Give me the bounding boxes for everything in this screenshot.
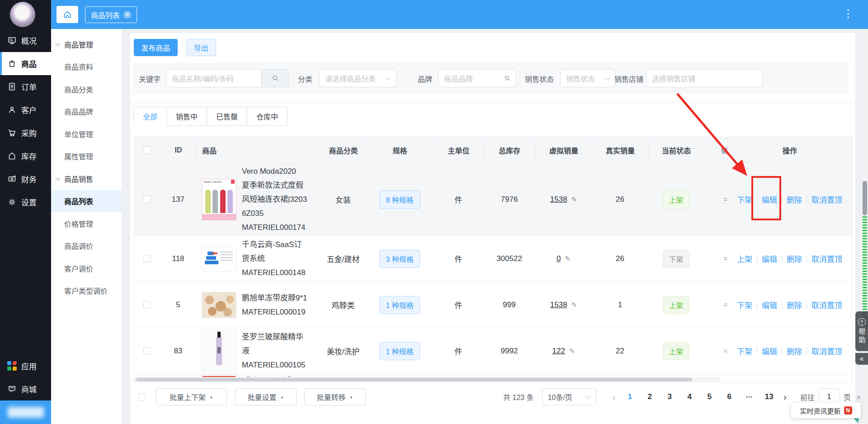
prev-page-button[interactable]: ‹ (613, 392, 616, 402)
page-number-3[interactable]: 3 (665, 392, 675, 401)
sale-shop-input[interactable]: 选择销售店铺 (646, 69, 763, 87)
vertical-scrollbar[interactable] (862, 29, 868, 424)
product-title[interactable]: 圣罗兰玻尿酸精华 液 (242, 330, 310, 358)
submenu-item-unit-management[interactable]: 单位管理 (51, 123, 122, 145)
action-off-shelf[interactable]: 下架 (737, 345, 752, 357)
sidebar-item-orders[interactable]: 订单 (0, 75, 51, 98)
page-ellipsis[interactable]: ••• (744, 394, 754, 400)
tab-in-warehouse[interactable]: 仓库中 (247, 107, 288, 126)
brand-input[interactable]: 商品品牌 (438, 69, 516, 87)
row-checkbox[interactable] (143, 195, 151, 203)
submenu-item-customer-type-price-adjust[interactable]: 客户类型调价 (51, 280, 122, 302)
action-delete[interactable]: 删除 (787, 299, 802, 310)
sidebar-item-purchasing[interactable]: 采购 (0, 121, 51, 144)
submenu-item-goods-brand[interactable]: 商品品牌 (51, 100, 122, 123)
sidebar-item-inventory[interactable]: 库存 (0, 144, 51, 167)
sidebar-item-apps[interactable]: 应用 (0, 354, 51, 377)
edit-pencil-icon[interactable]: ✎ (571, 195, 577, 204)
edit-pencil-icon[interactable]: ✎ (569, 347, 575, 355)
edit-pencil-icon[interactable]: ✎ (565, 255, 571, 263)
edit-pencil-icon[interactable]: ✎ (571, 301, 577, 309)
keyword-input[interactable]: 商品名称/编码/条码 (166, 69, 262, 87)
action-cancel-top[interactable]: 取消置顶 (811, 253, 842, 264)
product-title[interactable]: Vero Moda2020 夏季新款法式度假 风短袖连衣裙|3203 6Z035 (242, 164, 310, 220)
action-edit[interactable]: 编辑 (762, 194, 777, 205)
tab-all[interactable]: 全部 (133, 107, 167, 126)
action-delete[interactable]: 删除 (787, 194, 802, 205)
action-cancel-top[interactable]: 取消置顶 (811, 194, 842, 205)
sidebar-item-overview[interactable]: 概况 (0, 29, 51, 52)
sidebar-item-settings[interactable]: 设置 (0, 191, 51, 214)
sidebar-item-mall[interactable]: 商城 (0, 377, 51, 400)
virtual-sales-value[interactable]: 1538 (550, 300, 567, 310)
action-cancel-top[interactable]: 取消置顶 (811, 299, 842, 310)
submenu-item-customer-price-adjust[interactable]: 客户调价 (51, 257, 122, 280)
home-button[interactable] (57, 6, 78, 23)
select-all-checkbox-bottom[interactable] (138, 393, 146, 401)
app-window: 商品列表 ✕ ⋮ 概况 商品 订单 客户 (0, 0, 868, 424)
page-number-2[interactable]: 2 (645, 392, 655, 401)
virtual-sales-value[interactable]: 0 (557, 254, 561, 263)
next-page-button[interactable]: › (783, 392, 787, 402)
row-checkbox[interactable] (143, 301, 151, 309)
submenu-item-goods-category[interactable]: 商品分类 (51, 78, 122, 100)
sidebar-item-goods[interactable]: 商品 (0, 52, 51, 75)
page-size-select[interactable]: 10条/页 (542, 388, 596, 405)
keyword-search-button[interactable] (262, 69, 289, 87)
route-tab-product-list[interactable]: 商品列表 ✕ (85, 6, 137, 23)
action-delete[interactable]: 删除 (787, 253, 802, 264)
collapse-tab[interactable]: « (855, 353, 868, 365)
virtual-sales-value[interactable]: 122 (552, 347, 565, 356)
action-delete[interactable]: 删除 (787, 345, 802, 357)
submenu-item-goods-list[interactable]: 商品列表 (51, 190, 122, 213)
product-title[interactable]: 千鸟云商-SaaS订 货系统 (242, 238, 310, 266)
horizontal-scrollbar-thumb[interactable] (136, 378, 692, 381)
action-cancel-top[interactable]: 取消置顶 (811, 345, 842, 357)
sidebar-item-customers[interactable]: 客户 (0, 98, 51, 121)
news-close-icon[interactable]: ✕ (856, 394, 862, 402)
sidebar-item-finance[interactable]: 财务 (0, 167, 51, 191)
action-edit[interactable]: 编辑 (762, 299, 777, 310)
batch-settings-button[interactable]: 批量设置▲ (235, 388, 297, 405)
submenu-group-goods-management[interactable]: 商品管理 (51, 33, 122, 56)
vertical-scrollbar-thumb[interactable] (863, 181, 867, 215)
horizontal-scrollbar[interactable] (134, 377, 720, 382)
tab-sold-out[interactable]: 已售罄 (207, 107, 247, 126)
help-tab[interactable]: ? 帮助 (855, 311, 868, 351)
submenu-item-goods-price-adjust[interactable]: 商品调价 (51, 235, 122, 257)
action-off-shelf[interactable]: 下架 (737, 194, 752, 205)
row-checkbox[interactable] (143, 347, 151, 355)
kebab-menu-icon[interactable]: ⋮ (843, 7, 854, 20)
product-title[interactable]: 鹏旭单冻带皮脖9*1 (242, 291, 310, 305)
news-update-badge[interactable]: 实时资讯更新 N (791, 403, 861, 418)
page-number-13[interactable]: 13 (764, 392, 774, 401)
page-number-5[interactable]: 5 (704, 392, 714, 401)
action-off-shelf[interactable]: 下架 (737, 299, 752, 310)
sale-status-select[interactable]: 销售状态 (560, 69, 615, 87)
spec-button[interactable]: 3 种规格 (379, 250, 420, 268)
avatar[interactable] (10, 2, 35, 27)
batch-transfer-button[interactable]: 批量转移▲ (304, 388, 366, 405)
row-checkbox[interactable] (143, 255, 151, 262)
page-number-1[interactable]: 1 (625, 392, 635, 401)
action-on-shelf[interactable]: 上架 (737, 253, 752, 264)
virtual-sales-value[interactable]: 1538 (550, 195, 567, 204)
submenu-item-attribute-management[interactable]: 属性管理 (51, 145, 122, 168)
submenu-item-price-management[interactable]: 价格管理 (51, 212, 122, 235)
category-select[interactable]: 请选择商品分类 (319, 69, 396, 87)
export-button[interactable]: 导出 (186, 39, 216, 56)
action-edit[interactable]: 编辑 (762, 253, 777, 264)
submenu-group-goods-sales[interactable]: 商品销售 (51, 167, 122, 190)
action-edit[interactable]: 编辑 (762, 345, 777, 357)
spec-button[interactable]: 8 种规格 (379, 191, 420, 209)
tab-on-sale[interactable]: 销售中 (166, 107, 207, 126)
tab-close-icon[interactable]: ✕ (123, 11, 131, 19)
batch-shelf-button[interactable]: 批量上下架▲ (156, 388, 227, 405)
spec-button[interactable]: 1 种规格 (379, 296, 420, 314)
page-number-4[interactable]: 4 (684, 392, 694, 401)
select-all-checkbox[interactable] (143, 146, 151, 154)
spec-button[interactable]: 1 种规格 (379, 342, 420, 360)
publish-goods-button[interactable]: 发布商品 (134, 39, 178, 56)
page-number-6[interactable]: 6 (724, 392, 734, 401)
submenu-item-goods-info[interactable]: 商品资料 (51, 56, 122, 78)
